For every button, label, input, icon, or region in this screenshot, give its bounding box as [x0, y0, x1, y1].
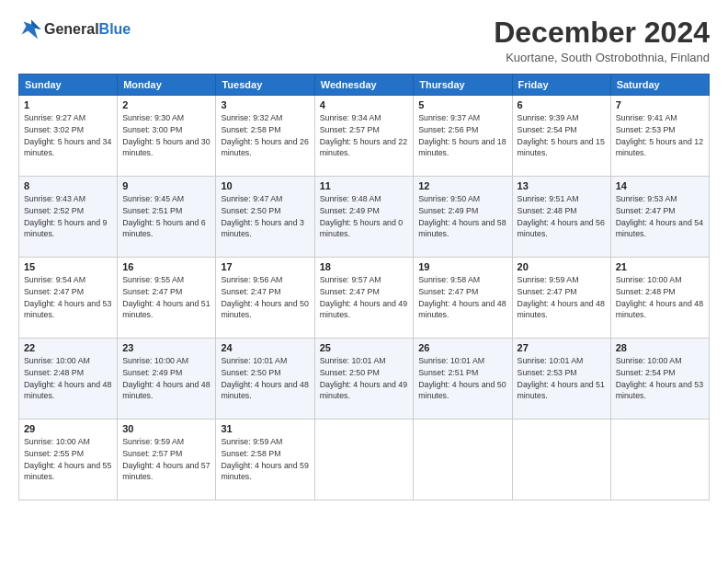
calendar-cell: 2 Sunrise: 9:30 AMSunset: 3:00 PMDayligh…: [118, 96, 216, 177]
calendar-row: 22 Sunrise: 10:00 AMSunset: 2:48 PMDayli…: [19, 339, 710, 419]
calendar-cell: [512, 419, 610, 500]
day-number: 20: [518, 261, 606, 272]
day-detail: Sunrise: 9:47 AMSunset: 2:50 PMDaylight:…: [221, 194, 303, 238]
day-number: 1: [24, 99, 112, 110]
day-detail: Sunrise: 9:45 AMSunset: 2:51 PMDaylight:…: [122, 194, 205, 238]
day-number: 11: [320, 180, 409, 191]
calendar-cell: 16 Sunrise: 9:55 AMSunset: 2:47 PMDaylig…: [118, 258, 216, 339]
calendar-cell: 24 Sunrise: 10:01 AMSunset: 2:50 PMDayli…: [216, 339, 314, 419]
day-detail: Sunrise: 10:01 AMSunset: 2:51 PMDaylight…: [418, 356, 506, 400]
day-number: 26: [418, 342, 506, 353]
calendar-cell: 11 Sunrise: 9:48 AMSunset: 2:49 PMDaylig…: [314, 177, 414, 258]
calendar-cell: [610, 419, 709, 500]
page-title: December 2024: [494, 17, 710, 49]
calendar-cell: 21 Sunrise: 10:00 AMSunset: 2:48 PMDayli…: [610, 258, 709, 339]
day-number: 29: [24, 423, 112, 434]
day-number: 24: [221, 342, 309, 353]
day-number: 18: [320, 261, 409, 272]
title-block: December 2024 Kuortane, South Ostrobothn…: [494, 17, 710, 64]
day-number: 10: [221, 180, 309, 191]
calendar-cell: 18 Sunrise: 9:57 AMSunset: 2:47 PMDaylig…: [314, 258, 414, 339]
day-detail: Sunrise: 9:43 AMSunset: 2:52 PMDaylight:…: [24, 194, 107, 238]
calendar-cell: 7 Sunrise: 9:41 AMSunset: 2:53 PMDayligh…: [610, 96, 709, 177]
day-detail: Sunrise: 10:00 AMSunset: 2:48 PMDaylight…: [24, 356, 111, 400]
calendar-cell: 15 Sunrise: 9:54 AMSunset: 2:47 PMDaylig…: [19, 258, 118, 339]
header-tuesday: Tuesday: [216, 75, 314, 96]
calendar-cell: 5 Sunrise: 9:37 AMSunset: 2:56 PMDayligh…: [414, 96, 512, 177]
day-number: 19: [418, 261, 506, 272]
calendar-cell: 26 Sunrise: 10:01 AMSunset: 2:51 PMDayli…: [414, 339, 512, 419]
calendar-row: 8 Sunrise: 9:43 AMSunset: 2:52 PMDayligh…: [19, 177, 710, 258]
day-detail: Sunrise: 10:00 AMSunset: 2:48 PMDaylight…: [616, 275, 703, 319]
calendar-header: Sunday Monday Tuesday Wednesday Thursday…: [19, 75, 710, 96]
calendar-cell: 8 Sunrise: 9:43 AMSunset: 2:52 PMDayligh…: [19, 177, 118, 258]
calendar-cell: 29 Sunrise: 10:00 AMSunset: 2:55 PMDayli…: [19, 419, 118, 500]
day-number: 5: [418, 99, 506, 110]
day-detail: Sunrise: 9:54 AMSunset: 2:47 PMDaylight:…: [24, 275, 111, 319]
header-wednesday: Wednesday: [314, 75, 414, 96]
calendar-cell: 4 Sunrise: 9:34 AMSunset: 2:57 PMDayligh…: [314, 96, 414, 177]
header-monday: Monday: [118, 75, 216, 96]
page-header: GeneralBlue December 2024 Kuortane, Sout…: [18, 17, 710, 64]
logo-blue: Blue: [99, 21, 131, 37]
calendar-cell: 27 Sunrise: 10:01 AMSunset: 2:53 PMDayli…: [512, 339, 610, 419]
calendar-cell: 28 Sunrise: 10:00 AMSunset: 2:54 PMDayli…: [610, 339, 709, 419]
day-number: 31: [221, 423, 309, 434]
day-detail: Sunrise: 9:30 AMSunset: 3:00 PMDaylight:…: [122, 113, 210, 157]
day-detail: Sunrise: 10:00 AMSunset: 2:55 PMDaylight…: [24, 437, 111, 481]
day-detail: Sunrise: 9:32 AMSunset: 2:58 PMDaylight:…: [221, 113, 308, 157]
calendar-cell: 10 Sunrise: 9:47 AMSunset: 2:50 PMDaylig…: [216, 177, 314, 258]
calendar-table: Sunday Monday Tuesday Wednesday Thursday…: [18, 74, 710, 500]
calendar-cell: [414, 419, 512, 500]
day-detail: Sunrise: 9:56 AMSunset: 2:47 PMDaylight:…: [221, 275, 308, 319]
calendar-row: 1 Sunrise: 9:27 AMSunset: 3:02 PMDayligh…: [19, 96, 710, 177]
calendar-cell: 12 Sunrise: 9:50 AMSunset: 2:49 PMDaylig…: [414, 177, 512, 258]
day-detail: Sunrise: 9:37 AMSunset: 2:56 PMDaylight:…: [418, 113, 506, 157]
day-number: 14: [616, 180, 704, 191]
day-number: 22: [24, 342, 112, 353]
calendar-cell: 17 Sunrise: 9:56 AMSunset: 2:47 PMDaylig…: [216, 258, 314, 339]
page-subtitle: Kuortane, South Ostrobothnia, Finland: [494, 51, 710, 64]
logo-bird-icon: [18, 17, 44, 42]
day-detail: Sunrise: 9:51 AMSunset: 2:48 PMDaylight:…: [518, 194, 605, 238]
calendar-cell: 9 Sunrise: 9:45 AMSunset: 2:51 PMDayligh…: [118, 177, 216, 258]
day-number: 2: [122, 99, 210, 110]
calendar-cell: 1 Sunrise: 9:27 AMSunset: 3:02 PMDayligh…: [19, 96, 118, 177]
calendar-cell: 23 Sunrise: 10:00 AMSunset: 2:49 PMDayli…: [118, 339, 216, 419]
logo: GeneralBlue: [18, 17, 131, 42]
day-detail: Sunrise: 9:59 AMSunset: 2:58 PMDaylight:…: [221, 437, 308, 481]
calendar-cell: 20 Sunrise: 9:59 AMSunset: 2:47 PMDaylig…: [512, 258, 610, 339]
day-detail: Sunrise: 9:39 AMSunset: 2:54 PMDaylight:…: [518, 113, 605, 157]
calendar-cell: 3 Sunrise: 9:32 AMSunset: 2:58 PMDayligh…: [216, 96, 314, 177]
calendar-cell: [314, 419, 414, 500]
day-detail: Sunrise: 9:41 AMSunset: 2:53 PMDaylight:…: [616, 113, 703, 157]
calendar-cell: 13 Sunrise: 9:51 AMSunset: 2:48 PMDaylig…: [512, 177, 610, 258]
day-detail: Sunrise: 9:27 AMSunset: 3:02 PMDaylight:…: [24, 113, 111, 157]
calendar-cell: 25 Sunrise: 10:01 AMSunset: 2:50 PMDayli…: [314, 339, 414, 419]
day-number: 17: [221, 261, 309, 272]
weekday-header-row: Sunday Monday Tuesday Wednesday Thursday…: [19, 75, 710, 96]
header-thursday: Thursday: [414, 75, 512, 96]
day-number: 9: [122, 180, 210, 191]
day-detail: Sunrise: 9:53 AMSunset: 2:47 PMDaylight:…: [616, 194, 703, 238]
day-number: 30: [122, 423, 210, 434]
calendar-cell: 30 Sunrise: 9:59 AMSunset: 2:57 PMDaylig…: [118, 419, 216, 500]
day-detail: Sunrise: 9:57 AMSunset: 2:47 PMDaylight:…: [320, 275, 407, 319]
day-number: 4: [320, 99, 409, 110]
day-detail: Sunrise: 9:48 AMSunset: 2:49 PMDaylight:…: [320, 194, 403, 238]
day-number: 13: [518, 180, 606, 191]
logo-general: General: [44, 21, 99, 37]
day-number: 21: [616, 261, 704, 272]
day-number: 23: [122, 342, 210, 353]
day-detail: Sunrise: 9:59 AMSunset: 2:57 PMDaylight:…: [122, 437, 210, 481]
day-detail: Sunrise: 9:34 AMSunset: 2:57 PMDaylight:…: [320, 113, 407, 157]
calendar-body: 1 Sunrise: 9:27 AMSunset: 3:02 PMDayligh…: [19, 96, 710, 500]
day-detail: Sunrise: 10:00 AMSunset: 2:54 PMDaylight…: [616, 356, 703, 400]
day-detail: Sunrise: 9:59 AMSunset: 2:47 PMDaylight:…: [518, 275, 605, 319]
day-detail: Sunrise: 9:50 AMSunset: 2:49 PMDaylight:…: [418, 194, 506, 238]
calendar-page: GeneralBlue December 2024 Kuortane, Sout…: [0, 0, 728, 563]
day-number: 28: [616, 342, 704, 353]
day-detail: Sunrise: 10:00 AMSunset: 2:49 PMDaylight…: [122, 356, 210, 400]
header-friday: Friday: [512, 75, 610, 96]
calendar-cell: 19 Sunrise: 9:58 AMSunset: 2:47 PMDaylig…: [414, 258, 512, 339]
